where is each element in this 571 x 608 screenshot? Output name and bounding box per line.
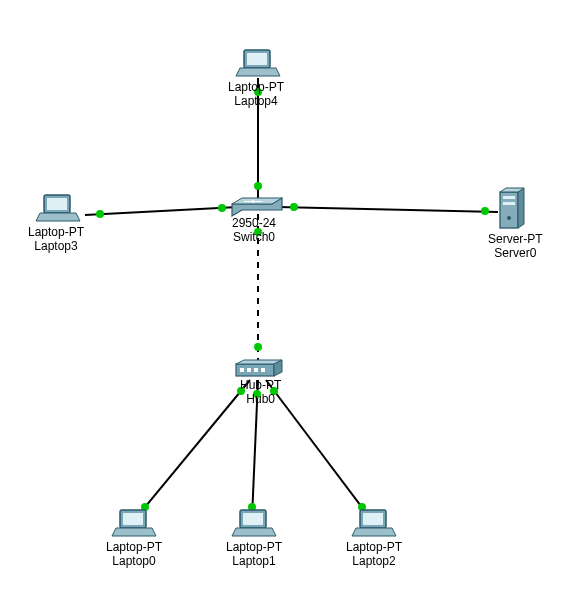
device-laptop3[interactable]: Laptop-PT Laptop3 <box>28 225 84 254</box>
device-model-label: Server-PT <box>488 232 543 246</box>
device-model-label: Laptop-PT <box>28 225 84 239</box>
device-model-label: Laptop-PT <box>106 540 162 554</box>
device-name-label: Switch0 <box>232 230 276 244</box>
device-name-label: Laptop0 <box>106 554 162 568</box>
port-status-dot <box>290 203 298 211</box>
device-model-label: Laptop-PT <box>228 80 284 94</box>
device-hub0[interactable]: Hub-PT Hub0 <box>240 378 281 407</box>
device-name-label: Hub0 <box>240 392 281 406</box>
device-laptop0[interactable]: Laptop-PT Laptop0 <box>106 540 162 569</box>
laptop-icon[interactable] <box>232 510 276 536</box>
device-model-label: Laptop-PT <box>346 540 402 554</box>
link-server0-switch0 <box>278 207 498 212</box>
port-status-dot <box>218 204 226 212</box>
device-laptop4[interactable]: Laptop-PT Laptop4 <box>228 80 284 109</box>
laptop-icon[interactable] <box>36 195 80 221</box>
link-hub0-laptop2 <box>266 380 370 518</box>
port-status-dot <box>96 210 104 218</box>
port-status-dot <box>481 207 489 215</box>
device-model-label: Laptop-PT <box>226 540 282 554</box>
device-name-label: Laptop3 <box>28 239 84 253</box>
link-laptop3-switch0 <box>85 207 238 215</box>
device-server0[interactable]: Server-PT Server0 <box>488 232 543 261</box>
laptop-icon[interactable] <box>352 510 396 536</box>
link-hub0-laptop0 <box>136 380 250 518</box>
device-name-label: Laptop2 <box>346 554 402 568</box>
device-laptop1[interactable]: Laptop-PT Laptop1 <box>226 540 282 569</box>
device-model-label: 2950-24 <box>232 216 276 230</box>
hub-icon[interactable] <box>236 360 282 376</box>
device-name-label: Server0 <box>488 246 543 260</box>
laptop-icon[interactable] <box>236 50 280 76</box>
switch-icon[interactable] <box>232 198 282 216</box>
server-icon[interactable] <box>500 188 524 228</box>
laptop-icon[interactable] <box>112 510 156 536</box>
device-model-label: Hub-PT <box>240 378 281 392</box>
device-name-label: Laptop4 <box>228 94 284 108</box>
topology-canvas <box>0 0 571 608</box>
device-name-label: Laptop1 <box>226 554 282 568</box>
port-status-dot <box>254 343 262 351</box>
port-status-dot <box>254 182 262 190</box>
device-switch0[interactable]: 2950-24 Switch0 <box>232 216 276 245</box>
device-laptop2[interactable]: Laptop-PT Laptop2 <box>346 540 402 569</box>
